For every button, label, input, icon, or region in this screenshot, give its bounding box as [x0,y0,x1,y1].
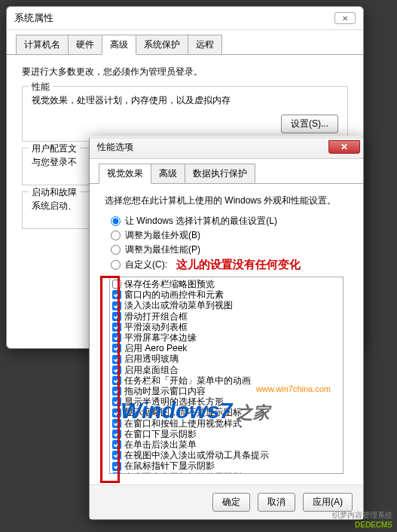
apply-button[interactable]: 应用(A) [303,493,353,512]
checkbox-7[interactable] [112,355,121,364]
check-row-3: 滑动打开组合框 [112,311,341,322]
checkbox-2[interactable] [112,301,121,310]
checkbox-9[interactable] [112,376,121,385]
checkbox-4[interactable] [112,323,121,332]
perf-desc: 视觉效果，处理器计划，内存使用，以及虚拟内存 [32,94,338,107]
tab-4[interactable]: 远程 [188,35,222,54]
check-label-18: 在桌面上为图标标签使用阴影 [124,472,242,474]
check-label-3: 滑动打开组合框 [124,311,188,322]
window-title: 性能选项 [97,141,133,154]
check-row-18: 在桌面上为图标标签使用阴影 [112,472,341,474]
check-row-15: 在单击后淡出菜单 [112,439,341,450]
footer-watermark: 织梦内容管理系统 DEDECMS [332,510,392,529]
titlebar: 性能选项 ✕ [90,139,363,159]
check-row-2: 淡入淡出或滑动菜单到视图 [112,300,341,310]
group-title: 启动和故障 [29,186,80,199]
intro-text: 要进行大多数更改，您必须作为管理员登录。 [22,66,348,78]
check-label-6: 启用 Aero Peek [124,343,187,353]
checkbox-0[interactable] [112,280,121,289]
checkbox-3[interactable] [112,312,121,321]
performance-options-window: 性能选项 ✕ 视觉效果高级数据执行保护 选择您想在此计算机上使用的 Window… [89,136,364,520]
intro-text: 选择您想在此计算机上使用的 Windows 外观和性能设置。 [105,194,348,207]
settings-button[interactable]: 设置(S)... [281,115,338,133]
radio-label-1[interactable]: 调整为最佳外观(B) [125,229,200,242]
visual-effects-list[interactable]: 保存任务栏缩略图预览窗口内的动画控件和元素淡入淡出或滑动菜单到视图滑动打开组合框… [109,277,344,474]
checkbox-16[interactable] [112,451,121,460]
check-label-12: 显示缩略图，而不是显示图标 [124,407,242,417]
check-label-14: 在窗口下显示阴影 [124,429,197,439]
radio-2[interactable] [111,245,121,255]
tab-2[interactable]: 数据执行保护 [185,164,255,183]
tab-1[interactable]: 硬件 [68,35,102,54]
tabs: 视觉效果高级数据执行保护 [90,159,363,184]
radio-group: 让 Windows 选择计算机的最佳设置(L)调整为最佳外观(B)调整为最佳性能… [111,215,348,272]
checkbox-12[interactable] [112,408,121,417]
close-button[interactable]: ✕ [334,12,356,24]
check-label-16: 在视图中淡入淡出或滑动工具条提示 [124,450,269,460]
radio-3[interactable] [111,260,121,270]
checkbox-1[interactable] [112,290,121,299]
checkbox-11[interactable] [112,397,121,406]
tabs: 计算机名硬件高级系统保护远程 [7,30,363,55]
ok-button[interactable]: 确定 [212,493,250,512]
checkbox-18[interactable] [112,472,121,474]
annotation-text: 这儿的设置没有任何变化 [176,258,301,272]
radio-label-3[interactable]: 自定义(C): [125,258,167,271]
radio-row-1: 调整为最佳外观(B) [111,229,348,242]
check-label-1: 窗口内的动画控件和元素 [124,289,224,300]
tab-content: 选择您想在此计算机上使用的 Windows 外观和性能设置。 让 Windows… [90,184,363,485]
tab-3[interactable]: 系统保护 [136,35,188,54]
check-row-11: 显示半透明的选择长方形 [112,396,341,407]
checkbox-8[interactable] [112,365,121,375]
check-row-14: 在窗口下显示阴影 [112,429,341,439]
check-label-13: 在窗口和按钮上使用视觉样式 [124,418,242,429]
radio-label-2[interactable]: 调整为最佳性能(P) [125,243,200,256]
check-label-2: 淡入淡出或滑动菜单到视图 [124,300,233,310]
checkbox-6[interactable] [112,344,121,353]
tab-0[interactable]: 计算机名 [16,35,69,54]
window-title: 系统属性 [14,11,53,25]
group-title: 用户配置文 [29,142,80,155]
radio-row-2: 调整为最佳性能(P) [111,243,348,256]
checkbox-5[interactable] [112,333,121,342]
check-row-9: 任务栏和「开始」菜单中的动画 [112,375,341,386]
cancel-button[interactable]: 取消 [258,493,295,512]
check-label-8: 启用桌面组合 [124,365,179,375]
dialog-buttons: 确定 取消 应用(A) [90,485,363,519]
check-row-0: 保存任务栏缩略图预览 [112,279,341,289]
radio-label-0[interactable]: 让 Windows 选择计算机的最佳设置(L) [125,215,277,228]
check-row-10: 拖动时显示窗口内容 [112,386,341,396]
tab-2[interactable]: 高级 [102,35,136,55]
checkbox-13[interactable] [112,419,121,428]
check-row-6: 启用 Aero Peek [112,343,341,353]
check-row-17: 在鼠标指针下显示阴影 [112,460,341,471]
check-label-11: 显示半透明的选择长方形 [124,396,224,407]
titlebar: 系统属性 ✕ [7,7,363,30]
check-row-12: 显示缩略图，而不是显示图标 [112,407,341,417]
tab-1[interactable]: 高级 [151,164,185,183]
check-row-8: 启用桌面组合 [112,365,341,375]
radio-0[interactable] [111,216,121,226]
group-title: 性能 [29,81,53,93]
checkbox-14[interactable] [112,430,121,439]
check-label-5: 平滑屏幕字体边缘 [124,332,197,343]
check-row-13: 在窗口和按钮上使用视觉样式 [112,418,341,429]
checkbox-15[interactable] [112,440,121,449]
check-label-15: 在单击后淡出菜单 [124,439,197,450]
close-button[interactable]: ✕ [328,140,360,154]
check-row-4: 平滑滚动列表框 [112,322,341,332]
check-label-9: 任务栏和「开始」菜单中的动画 [124,375,251,386]
check-label-17: 在鼠标指针下显示阴影 [124,460,215,471]
check-row-1: 窗口内的动画控件和元素 [112,289,341,300]
check-label-10: 拖动时显示窗口内容 [124,386,206,396]
radio-row-3: 自定义(C):这儿的设置没有任何变化 [111,258,348,272]
tab-0[interactable]: 视觉效果 [99,164,151,184]
check-row-7: 启用透明玻璃 [112,353,341,364]
check-row-5: 平滑屏幕字体边缘 [112,332,341,343]
checkbox-17[interactable] [112,462,121,471]
radio-1[interactable] [111,231,121,240]
performance-group: 性能 视觉效果，处理器计划，内存使用，以及虚拟内存 设置(S)... [22,86,348,142]
check-label-7: 启用透明玻璃 [124,353,179,364]
checkbox-10[interactable] [112,387,121,396]
check-label-4: 平滑滚动列表框 [124,322,188,332]
